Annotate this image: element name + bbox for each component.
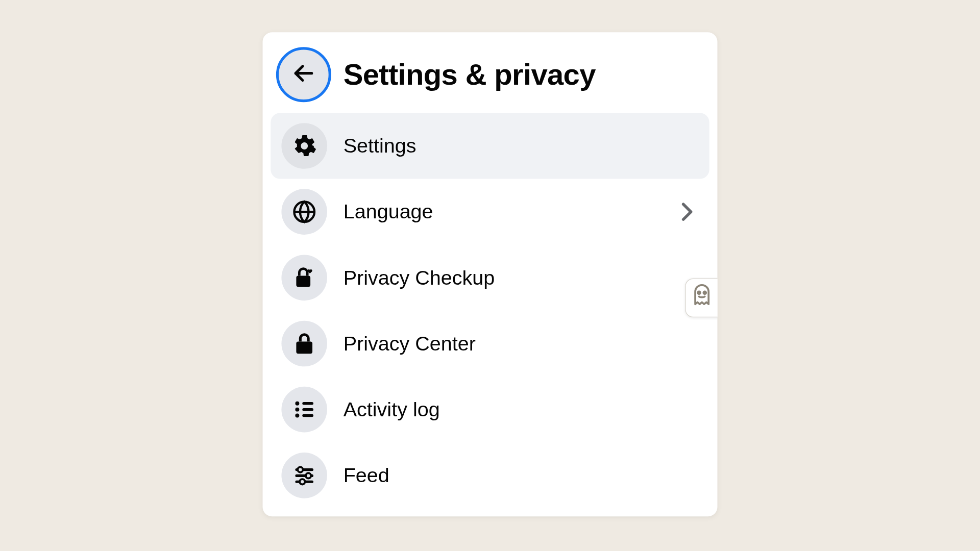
svg-point-3 — [295, 402, 299, 406]
arrow-left-icon — [291, 61, 315, 88]
menu-item-label: Settings — [344, 135, 699, 158]
gear-icon — [281, 123, 327, 169]
settings-privacy-panel: Settings & privacy Settings Language — [263, 32, 718, 516]
svg-point-15 — [698, 291, 700, 294]
lock-heart-icon — [281, 255, 327, 301]
menu-list: Settings Language — [263, 113, 718, 516]
menu-item-label: Privacy Checkup — [344, 266, 699, 289]
menu-item-label: Feed — [344, 464, 699, 487]
svg-rect-8 — [302, 414, 313, 417]
menu-item-feed[interactable]: Feed — [271, 442, 709, 508]
menu-item-language[interactable]: Language — [271, 179, 709, 245]
assistant-ghost-icon — [691, 283, 714, 313]
list-icon — [281, 387, 327, 433]
svg-point-16 — [703, 291, 706, 294]
chevron-right-icon — [676, 201, 699, 223]
svg-rect-4 — [302, 402, 313, 405]
svg-rect-6 — [302, 408, 313, 411]
svg-point-7 — [295, 414, 299, 418]
svg-rect-1 — [296, 276, 310, 287]
svg-point-5 — [295, 408, 299, 412]
svg-point-14 — [300, 479, 305, 484]
globe-icon — [281, 189, 327, 235]
panel-header: Settings & privacy — [263, 32, 718, 113]
menu-item-label: Language — [344, 201, 659, 223]
svg-point-12 — [306, 473, 311, 478]
lock-icon — [281, 321, 327, 367]
page-title: Settings & privacy — [344, 58, 596, 91]
floating-assistant-button[interactable] — [685, 279, 717, 317]
menu-item-activity-log[interactable]: Activity log — [271, 377, 709, 442]
menu-item-privacy-checkup[interactable]: Privacy Checkup — [271, 245, 709, 311]
menu-item-label: Privacy Center — [344, 332, 699, 355]
svg-point-10 — [298, 467, 303, 472]
back-button[interactable] — [276, 47, 331, 102]
menu-item-privacy-center[interactable]: Privacy Center — [271, 311, 709, 377]
menu-item-label: Activity log — [344, 398, 699, 421]
feed-sliders-icon — [281, 453, 327, 498]
menu-item-settings[interactable]: Settings — [271, 113, 709, 179]
svg-rect-2 — [296, 342, 312, 354]
